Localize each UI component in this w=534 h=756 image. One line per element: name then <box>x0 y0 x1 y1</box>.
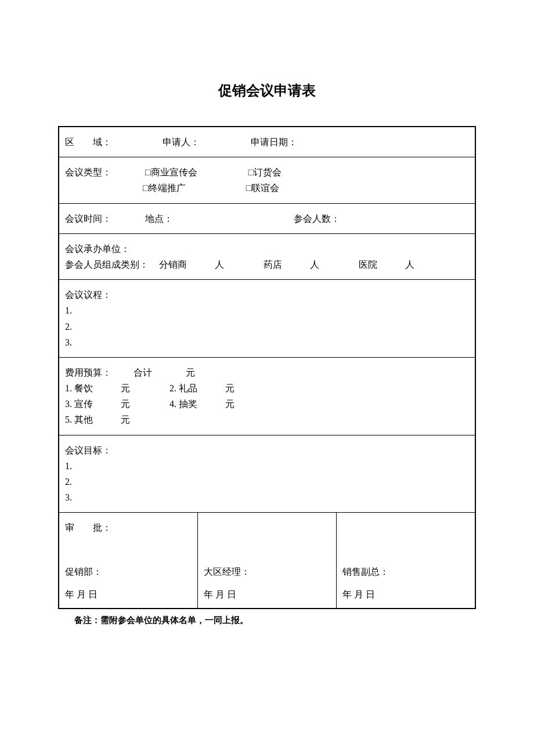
budget-item-2-yuan: 元 <box>225 383 234 393</box>
footer-note: 备注：需附参会单位的具体名单，一同上报。 <box>74 615 476 626</box>
agenda-item-2: 2. <box>65 322 72 332</box>
budget-item-2: 2. 礼品 <box>169 383 197 393</box>
budget-label: 费用预算： <box>65 368 111 377</box>
sales-vp-date: 年 月 日 <box>342 586 375 602</box>
checkbox-terminal-promo[interactable]: □终端推广 <box>143 183 186 193</box>
budget-item-3: 3. 宣传 <box>65 399 93 409</box>
meeting-type-label: 会议类型： <box>65 167 111 177</box>
approval-cell-sales-vp: 销售副总： 年 月 日 <box>337 513 475 609</box>
goal-item-1: 1. <box>65 461 72 471</box>
approval-header: 审 批： <box>65 523 111 532</box>
pharmacy-unit: 人 <box>310 260 319 269</box>
hospital-unit: 人 <box>405 260 414 269</box>
row-host-composition: 会议承办单位： 参会人员组成类别： 分销商 人 药店 人 医院 人 <box>59 233 475 279</box>
applicant-label: 申请人： <box>163 137 200 147</box>
budget-total-label: 合计 <box>134 368 152 377</box>
meeting-place-label: 地点： <box>145 214 173 224</box>
goal-label: 会议目标： <box>65 445 111 455</box>
promo-dept-label: 促销部： <box>65 564 102 579</box>
checkbox-order-meeting[interactable]: □订货会 <box>248 167 282 177</box>
distributor-label: 分销商 <box>159 260 187 269</box>
promo-date: 年 月 日 <box>65 586 98 602</box>
distributor-unit: 人 <box>215 260 224 269</box>
row-budget: 费用预算： 合计 元 1. 餐饮 元 2. 礼品 元 3. 宣传 元 4. 抽奖… <box>59 357 475 435</box>
apply-date-label: 申请日期： <box>251 137 297 147</box>
row-agenda: 会议议程： 1. 2. 3. <box>59 280 475 358</box>
host-unit-label: 会议承办单位： <box>65 244 130 254</box>
sales-vp-label: 销售副总： <box>342 564 389 579</box>
goal-item-2: 2. <box>65 477 72 487</box>
budget-item-4: 4. 抽奖 <box>169 399 197 409</box>
region-mgr-label: 大区经理： <box>204 564 250 579</box>
row-time-place: 会议时间： 地点： 参会人数： <box>59 203 475 233</box>
agenda-item-1: 1. <box>65 305 72 315</box>
checkbox-business-promo[interactable]: □商业宣传会 <box>145 167 197 177</box>
budget-item-1: 1. 餐饮 <box>65 383 93 393</box>
row-header-info: 区 域： 申请人： 申请日期： <box>59 127 475 157</box>
region-mgr-date: 年 月 日 <box>204 586 236 602</box>
row-meeting-type: 会议类型： □商业宣传会 □订货会 □终端推广 □联谊会 <box>59 157 475 203</box>
pharmacy-label: 药店 <box>264 260 282 269</box>
budget-item-3-yuan: 元 <box>121 399 130 409</box>
row-goals: 会议目标： 1. 2. 3. <box>59 435 475 513</box>
budget-item-1-yuan: 元 <box>121 383 130 393</box>
budget-total-yuan: 元 <box>186 368 195 377</box>
form-title: 促销会议申请表 <box>58 81 476 100</box>
region-label: 区 域： <box>65 137 111 147</box>
budget-item-5: 5. 其他 <box>65 415 93 424</box>
budget-item-4-yuan: 元 <box>225 399 234 409</box>
application-form: 区 域： 申请人： 申请日期： 会议类型： □商业宣传会 □订货会 □终端推广 … <box>58 126 476 609</box>
meeting-time-label: 会议时间： <box>65 214 111 224</box>
checkbox-social-meeting[interactable]: □联谊会 <box>246 183 280 193</box>
approval-cell-promo: 审 批： 促销部： 年 月 日 <box>59 513 197 609</box>
agenda-label: 会议议程： <box>65 290 111 300</box>
goal-item-3: 3. <box>65 492 72 502</box>
approval-cell-region-mgr: 大区经理： 年 月 日 <box>197 513 336 609</box>
composition-label: 参会人员组成类别： <box>65 260 149 269</box>
hospital-label: 医院 <box>359 260 377 269</box>
agenda-item-3: 3. <box>65 337 72 347</box>
budget-item-5-yuan: 元 <box>121 415 130 424</box>
attendee-count-label: 参会人数： <box>294 214 340 224</box>
